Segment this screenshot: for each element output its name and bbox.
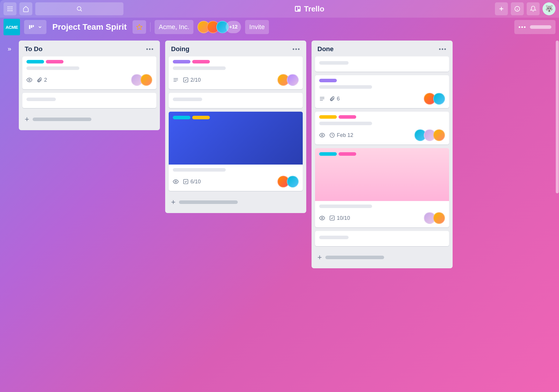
card-members <box>414 129 445 141</box>
card[interactable] <box>169 93 303 108</box>
member-avatar[interactable] <box>287 176 299 187</box>
svg-point-4 <box>9 8 11 9</box>
extra-members[interactable]: +12 <box>226 21 241 33</box>
svg-point-8 <box>11 10 13 11</box>
svg-point-5 <box>11 8 13 9</box>
label-pink <box>192 60 210 63</box>
card-badges: Feb 12 <box>319 132 353 138</box>
svg-point-19 <box>175 181 177 182</box>
home-button[interactable] <box>19 2 32 15</box>
svg-rect-24 <box>330 216 334 220</box>
board-title[interactable]: Project Team Spirit <box>51 22 128 32</box>
card[interactable] <box>315 56 449 72</box>
attachment-badge: 6 <box>329 96 340 102</box>
list-menu-button[interactable]: ••• <box>292 46 300 53</box>
add-card-button[interactable]: + <box>22 112 156 127</box>
member-avatar[interactable] <box>140 74 152 86</box>
apps-button[interactable] <box>4 2 16 15</box>
team-button[interactable]: Acme, Inc. <box>155 20 193 34</box>
home-icon <box>23 6 29 12</box>
create-button[interactable] <box>495 2 508 15</box>
member-avatar[interactable] <box>287 74 299 86</box>
list-menu-button[interactable]: ••• <box>439 46 447 53</box>
label-pink <box>46 60 63 63</box>
board-canvas[interactable]: To Do•••2+Doing•••2/106/10+Done•••6Feb 1… <box>19 36 555 392</box>
grid-icon <box>7 6 13 12</box>
card-members <box>424 212 445 224</box>
card[interactable]: Feb 12 <box>315 112 449 145</box>
chevron-down-icon <box>38 25 42 29</box>
card-labels <box>26 60 152 63</box>
board-icon <box>28 24 35 30</box>
list-title[interactable]: Doing <box>171 45 189 53</box>
description-badge <box>173 77 179 83</box>
bell-icon <box>530 6 536 12</box>
board-views-button[interactable] <box>24 20 46 34</box>
svg-point-1 <box>9 6 11 8</box>
info-icon <box>514 6 520 12</box>
card-cover <box>315 148 449 201</box>
brand: Trello <box>126 4 492 14</box>
card[interactable]: 6 <box>315 75 449 108</box>
label-purple <box>173 60 190 63</box>
card-title-placeholder <box>26 66 79 70</box>
svg-point-3 <box>8 8 9 9</box>
card[interactable]: 2 <box>22 56 156 89</box>
expand-sidebar-button[interactable]: » <box>8 45 11 392</box>
watch-badge <box>319 132 325 138</box>
dots-icon: ••• <box>518 24 526 31</box>
list-title[interactable]: To Do <box>25 45 43 53</box>
invite-button[interactable]: Invite <box>245 20 269 34</box>
notifications-button[interactable] <box>527 2 540 15</box>
card-badges: 2 <box>26 77 47 83</box>
card-labels <box>319 79 445 82</box>
svg-rect-16 <box>33 25 34 27</box>
card[interactable]: 10/10 <box>315 148 449 227</box>
card-labels <box>173 116 299 119</box>
svg-rect-11 <box>296 7 297 11</box>
card-labels <box>319 152 445 156</box>
card[interactable]: 2/10 <box>169 56 303 89</box>
list: Doing•••2/106/10+ <box>165 41 306 213</box>
card-badges: 2/10 <box>173 77 201 83</box>
star-button[interactable] <box>133 20 146 34</box>
scroll-thumb[interactable] <box>556 41 559 193</box>
checklist-badge: 6/10 <box>183 179 201 185</box>
add-card-button[interactable]: + <box>315 250 449 265</box>
member-avatar[interactable] <box>433 129 445 141</box>
watch-badge <box>26 77 32 83</box>
card-badges: 10/10 <box>319 215 350 221</box>
svg-rect-12 <box>298 7 299 9</box>
checklist-badge: 2/10 <box>183 77 201 83</box>
card[interactable] <box>22 93 156 108</box>
search-input[interactable] <box>35 2 123 15</box>
svg-point-21 <box>322 135 323 136</box>
list-title[interactable]: Done <box>317 45 334 53</box>
label-yellow <box>319 115 337 119</box>
app-name: Trello <box>304 4 324 14</box>
card-title-placeholder <box>319 205 372 208</box>
card[interactable]: 6/10 <box>169 112 303 191</box>
member-avatar[interactable] <box>433 212 445 224</box>
board-header: ACME Project Team Spirit Acme, Inc. +12 … <box>0 18 559 36</box>
scrollbar[interactable] <box>555 36 559 392</box>
member-stack[interactable]: +12 <box>198 21 241 33</box>
add-card-button[interactable]: + <box>169 195 303 210</box>
board-menu-button[interactable]: ••• <box>514 20 555 34</box>
member-avatar[interactable] <box>433 93 445 105</box>
list-menu-button[interactable]: ••• <box>146 46 154 53</box>
svg-point-9 <box>77 7 81 11</box>
sidebar-collapsed: » <box>0 36 19 392</box>
label-yellow <box>192 116 210 119</box>
card-labels <box>319 115 445 119</box>
label-cyan <box>26 60 44 63</box>
due-badge: Feb 12 <box>329 132 353 138</box>
card[interactable] <box>315 231 449 246</box>
card-title-placeholder <box>319 122 372 125</box>
user-avatar[interactable]: 🐺 <box>543 2 555 15</box>
divider <box>150 22 150 32</box>
label-pink <box>339 152 356 156</box>
svg-rect-20 <box>184 180 188 184</box>
workspace-badge[interactable]: ACME <box>4 19 20 35</box>
info-button[interactable] <box>511 2 524 15</box>
